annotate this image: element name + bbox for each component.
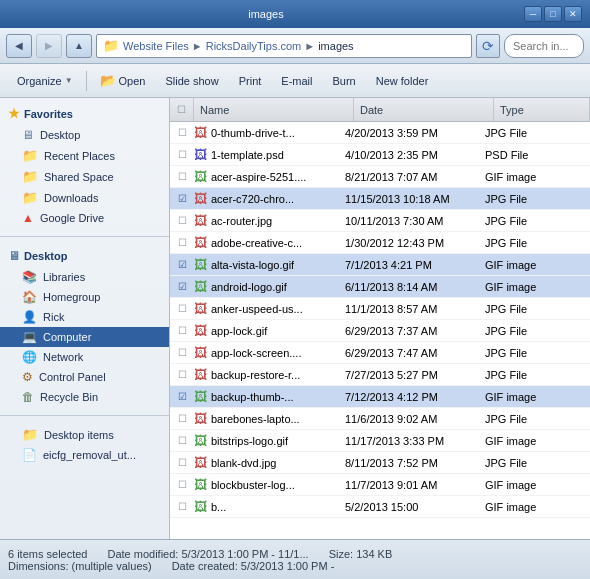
row-check-cell[interactable] (170, 281, 194, 292)
minimize-button[interactable]: ─ (524, 6, 542, 22)
row-file-type: JPG File (481, 369, 590, 381)
row-check-cell[interactable] (170, 259, 194, 270)
sidebar-item-recent-places[interactable]: 📁 Recent Places (0, 145, 169, 166)
row-checkbox[interactable] (178, 281, 187, 292)
row-check-cell[interactable] (170, 127, 194, 138)
breadcrumb-part1[interactable]: Website Files (123, 40, 189, 52)
breadcrumb-part3[interactable]: images (318, 40, 353, 52)
row-check-cell[interactable] (170, 215, 194, 226)
table-row[interactable]: 🖼 acer-aspire-5251.... 8/21/2013 7:07 AM… (170, 166, 590, 188)
row-checkbox[interactable] (178, 215, 187, 226)
address-path[interactable]: 📁 Website Files ► RicksDailyTips.com ► i… (96, 34, 472, 58)
row-checkbox[interactable] (178, 259, 187, 270)
table-row[interactable]: 🖼 blockbuster-log... 11/7/2013 9:01 AM G… (170, 474, 590, 496)
jpg-icon: 🖼 (194, 191, 207, 206)
row-checkbox[interactable] (178, 325, 187, 336)
table-row[interactable]: 🖼 anker-uspeed-us... 11/1/2013 8:57 AM J… (170, 298, 590, 320)
row-checkbox[interactable] (178, 303, 187, 314)
type-column-header[interactable]: Type (494, 98, 590, 121)
row-checkbox[interactable] (178, 127, 187, 138)
table-row[interactable]: 🖼 bitstrips-logo.gif 11/17/2013 3:33 PM … (170, 430, 590, 452)
email-button[interactable]: E-mail (272, 68, 321, 94)
sidebar-item-homegroup[interactable]: 🏠 Homegroup (0, 287, 169, 307)
sidebar-item-eicfg[interactable]: 📄 eicfg_removal_ut... (0, 445, 169, 465)
row-checkbox[interactable] (178, 435, 187, 446)
row-checkbox[interactable] (178, 171, 187, 182)
up-button[interactable]: ▲ (66, 34, 92, 58)
forward-button[interactable]: ▶ (36, 34, 62, 58)
new-folder-button[interactable]: New folder (367, 68, 438, 94)
row-checkbox[interactable] (178, 369, 187, 380)
row-checkbox[interactable] (178, 457, 187, 468)
table-row[interactable]: 🖼 1-template.psd 4/10/2013 2:35 PM PSD F… (170, 144, 590, 166)
close-button[interactable]: ✕ (564, 6, 582, 22)
organize-button[interactable]: Organize ▼ (8, 68, 82, 94)
row-check-cell[interactable] (170, 347, 194, 358)
maximize-button[interactable]: □ (544, 6, 562, 22)
open-button[interactable]: 📂 Open (91, 68, 155, 94)
row-checkbox[interactable] (178, 149, 187, 160)
row-checkbox[interactable] (178, 501, 187, 512)
sidebar-item-network[interactable]: 🌐 Network (0, 347, 169, 367)
table-row[interactable]: 🖼 blank-dvd.jpg 8/11/2013 7:52 PM JPG Fi… (170, 452, 590, 474)
row-check-cell[interactable] (170, 149, 194, 160)
row-check-cell[interactable] (170, 325, 194, 336)
row-checkbox[interactable] (178, 193, 187, 204)
burn-button[interactable]: Burn (323, 68, 364, 94)
table-row[interactable]: 🖼 acer-c720-chro... 11/15/2013 10:18 AM … (170, 188, 590, 210)
sidebar-item-shared-space[interactable]: 📁 Shared Space (0, 166, 169, 187)
row-checkbox[interactable] (178, 413, 187, 424)
row-check-cell[interactable] (170, 369, 194, 380)
table-row[interactable]: 🖼 ac-router.jpg 10/11/2013 7:30 AM JPG F… (170, 210, 590, 232)
table-row[interactable]: 🖼 backup-thumb-... 7/12/2013 4:12 PM GIF… (170, 386, 590, 408)
refresh-button[interactable]: ⟳ (476, 34, 500, 58)
row-checkbox[interactable] (178, 237, 187, 248)
sidebar-item-desktop[interactable]: 🖥 Desktop (0, 125, 169, 145)
open-label: Open (119, 75, 146, 87)
row-check-cell[interactable] (170, 435, 194, 446)
table-row[interactable]: 🖼 0-thumb-drive-t... 4/20/2013 3:59 PM J… (170, 122, 590, 144)
row-file-date: 5/2/2013 15:00 (341, 501, 481, 513)
sidebar-item-downloads[interactable]: 📁 Downloads (0, 187, 169, 208)
favorites-header[interactable]: ★ Favorites (0, 102, 169, 125)
row-check-cell[interactable] (170, 391, 194, 402)
slideshow-button[interactable]: Slide show (156, 68, 227, 94)
sidebar-item-libraries[interactable]: 📚 Libraries (0, 267, 169, 287)
name-header-label: Name (200, 104, 229, 116)
row-file-type: GIF image (481, 259, 590, 271)
sidebar-item-desktop-items[interactable]: 📁 Desktop items (0, 424, 169, 445)
table-row[interactable]: 🖼 android-logo.gif 6/11/2013 8:14 AM GIF… (170, 276, 590, 298)
table-row[interactable]: 🖼 adobe-creative-c... 1/30/2012 12:43 PM… (170, 232, 590, 254)
row-check-cell[interactable] (170, 237, 194, 248)
desktop2-header[interactable]: 🖥 Desktop (0, 245, 169, 267)
back-button[interactable]: ◀ (6, 34, 32, 58)
row-checkbox[interactable] (178, 391, 187, 402)
row-check-cell[interactable] (170, 413, 194, 424)
table-row[interactable]: 🖼 app-lock-screen.... 6/29/2013 7:47 AM … (170, 342, 590, 364)
print-button[interactable]: Print (230, 68, 271, 94)
row-file-type: JPG File (481, 193, 590, 205)
row-check-cell[interactable] (170, 303, 194, 314)
breadcrumb-part2[interactable]: RicksDailyTips.com (206, 40, 302, 52)
table-row[interactable]: 🖼 backup-restore-r... 7/27/2013 5:27 PM … (170, 364, 590, 386)
sidebar-item-computer[interactable]: 💻 Computer (0, 327, 169, 347)
sidebar-item-rick[interactable]: 👤 Rick (0, 307, 169, 327)
row-check-cell[interactable] (170, 501, 194, 512)
row-check-cell[interactable] (170, 193, 194, 204)
selection-count: 6 items selected (8, 548, 87, 560)
table-row[interactable]: 🖼 alta-vista-logo.gif 7/1/2013 4:21 PM G… (170, 254, 590, 276)
table-row[interactable]: 🖼 b... 5/2/2013 15:00 GIF image (170, 496, 590, 518)
table-row[interactable]: 🖼 barebones-lapto... 11/6/2013 9:02 AM J… (170, 408, 590, 430)
sidebar-item-recycle-bin[interactable]: 🗑 Recycle Bin (0, 387, 169, 407)
row-check-cell[interactable] (170, 171, 194, 182)
name-column-header[interactable]: Name (194, 98, 354, 121)
row-check-cell[interactable] (170, 479, 194, 490)
date-column-header[interactable]: Date (354, 98, 494, 121)
sidebar-item-google-drive[interactable]: ▲ Google Drive (0, 208, 169, 228)
sidebar-item-control-panel[interactable]: ⚙ Control Panel (0, 367, 169, 387)
row-checkbox[interactable] (178, 479, 187, 490)
table-row[interactable]: 🖼 app-lock.gif 6/29/2013 7:37 AM JPG Fil… (170, 320, 590, 342)
row-check-cell[interactable] (170, 457, 194, 468)
search-input[interactable] (504, 34, 584, 58)
row-checkbox[interactable] (178, 347, 187, 358)
